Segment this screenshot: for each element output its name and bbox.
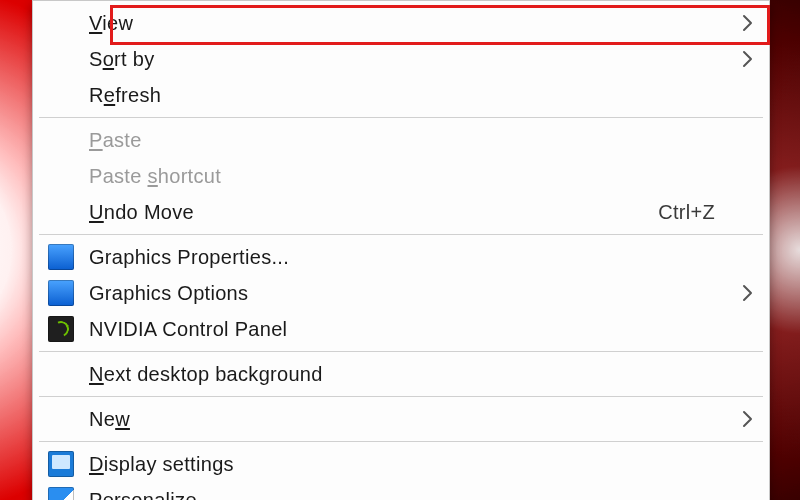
menu-item-label: Paste	[89, 129, 715, 152]
menu-item-label: Sort by	[89, 48, 715, 71]
menu-item-new[interactable]: New	[33, 401, 769, 437]
intel-icon	[48, 244, 74, 270]
submenu-arrow-slot	[715, 283, 755, 303]
submenu-arrow-slot	[715, 409, 755, 429]
desktop-context-menu: ViewSort byRefreshPastePaste shortcutUnd…	[32, 0, 770, 500]
menu-item-label: Graphics Properties...	[89, 246, 715, 269]
chevron-right-icon	[741, 13, 755, 33]
menu-item-label: Next desktop background	[89, 363, 715, 386]
menu-item-label: New	[89, 408, 715, 431]
menu-item-label: Display settings	[89, 453, 715, 476]
submenu-arrow-slot	[715, 13, 755, 33]
submenu-arrow-slot	[715, 49, 755, 69]
menu-item-sort-by[interactable]: Sort by	[33, 41, 769, 77]
menu-item-refresh[interactable]: Refresh	[33, 77, 769, 113]
menu-item-label: NVIDIA Control Panel	[89, 318, 715, 341]
menu-item-label: Paste shortcut	[89, 165, 715, 188]
menu-item-view[interactable]: View	[33, 5, 769, 41]
icon-slot	[33, 244, 89, 270]
menu-item-graphics-options[interactable]: Graphics Options	[33, 275, 769, 311]
menu-item-undo-move[interactable]: Undo MoveCtrl+Z	[33, 194, 769, 230]
menu-separator	[39, 234, 763, 235]
menu-item-paste-shortcut: Paste shortcut	[33, 158, 769, 194]
menu-item-next-desktop-background[interactable]: Next desktop background	[33, 356, 769, 392]
menu-separator	[39, 351, 763, 352]
icon-slot	[33, 487, 89, 500]
menu-item-display-settings[interactable]: Display settings	[33, 446, 769, 482]
chevron-right-icon	[741, 283, 755, 303]
icon-slot	[33, 280, 89, 306]
menu-separator	[39, 441, 763, 442]
icon-slot	[33, 316, 89, 342]
menu-item-label: Graphics Options	[89, 282, 715, 305]
menu-item-accelerator: Ctrl+Z	[658, 201, 715, 224]
menu-item-nvidia-control-panel[interactable]: NVIDIA Control Panel	[33, 311, 769, 347]
menu-item-graphics-properties[interactable]: Graphics Properties...	[33, 239, 769, 275]
menu-item-label: View	[89, 12, 715, 35]
intel-icon	[48, 280, 74, 306]
menu-item-label: Undo Move	[89, 201, 648, 224]
personalize-icon	[48, 487, 74, 500]
menu-item-label: Personalize	[89, 489, 715, 501]
display-icon	[48, 451, 74, 477]
menu-item-label: Refresh	[89, 84, 715, 107]
chevron-right-icon	[741, 49, 755, 69]
menu-item-paste: Paste	[33, 122, 769, 158]
icon-slot	[33, 451, 89, 477]
chevron-right-icon	[741, 409, 755, 429]
menu-item-personalize[interactable]: Personalize	[33, 482, 769, 500]
nvidia-icon	[48, 316, 74, 342]
menu-separator	[39, 396, 763, 397]
menu-separator	[39, 117, 763, 118]
